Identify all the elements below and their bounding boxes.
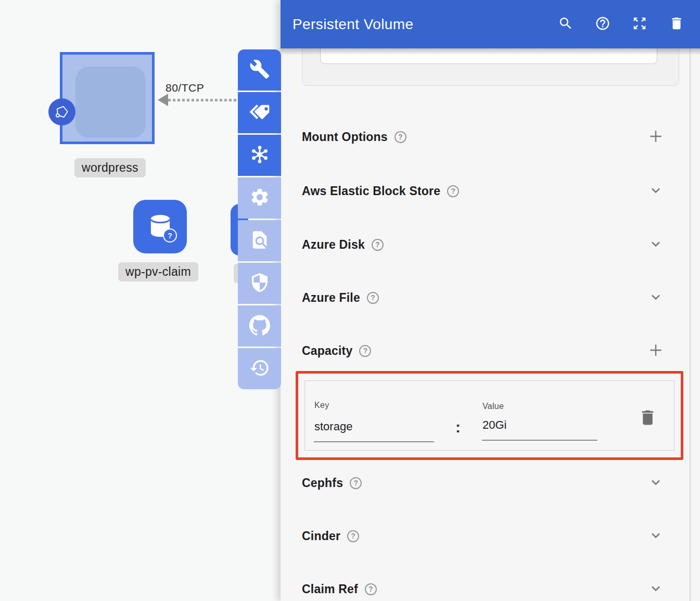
section-capacity: Capacity ? xyxy=(302,338,683,363)
chevron-down-icon xyxy=(648,475,663,491)
search-icon xyxy=(558,16,574,33)
github-button[interactable] xyxy=(238,305,281,347)
gear-icon xyxy=(249,187,270,209)
capacity-value-input[interactable] xyxy=(482,418,597,441)
fit-to-screen-button[interactable] xyxy=(632,17,647,32)
section-claim-ref: Claim Ref ? xyxy=(302,577,683,601)
value-label: Value xyxy=(482,402,504,411)
help-icon[interactable]: ? xyxy=(394,131,406,143)
section-cinder: Cinder ? xyxy=(302,523,683,548)
hub-icon xyxy=(249,144,270,167)
security-button[interactable] xyxy=(238,263,281,304)
help-icon[interactable]: ? xyxy=(367,292,379,304)
help-icon[interactable]: ? xyxy=(447,185,459,197)
chevron-down-icon xyxy=(648,581,663,597)
key-value-separator: : xyxy=(455,418,461,436)
section-label: Cinder xyxy=(302,529,340,543)
unknown-status-badge: ? xyxy=(163,228,177,242)
help-icon[interactable]: ? xyxy=(359,345,371,357)
find-in-page-icon xyxy=(249,229,270,252)
node-wordpress[interactable] xyxy=(60,52,155,144)
section-azure-file: Azure File ? xyxy=(302,285,683,310)
section-label: Capacity xyxy=(302,344,352,358)
pod-pentagon-icon xyxy=(48,98,75,125)
wrench-icon xyxy=(249,59,270,81)
expand-claim-ref-button[interactable] xyxy=(647,580,665,598)
trash-icon xyxy=(638,408,657,429)
add-capacity-button[interactable] xyxy=(647,342,665,360)
section-mount-options: Mount Options ? xyxy=(302,124,683,149)
delete-resource-button[interactable] xyxy=(669,17,684,32)
help-icon[interactable]: ? xyxy=(365,583,377,595)
section-aws-ebs: Aws Elastic Block Store ? xyxy=(302,178,683,203)
panel-header-actions xyxy=(558,0,684,48)
help-button[interactable] xyxy=(595,17,610,32)
delete-capacity-entry-button[interactable] xyxy=(637,408,658,429)
help-icon[interactable]: ? xyxy=(347,530,359,542)
node-wp-pv-claim-label: wp-pv-claim xyxy=(118,262,198,282)
chevron-down-icon xyxy=(648,528,663,544)
edge-dotted-line xyxy=(168,99,237,101)
kubernetes-resource-designer: 80/TCP wordpress ? wp-pv-claim xyxy=(0,0,700,601)
node-wordpress-label: wordpress xyxy=(74,158,146,177)
edge-port-label: 80/TCP xyxy=(166,82,204,94)
tools-button[interactable] xyxy=(238,49,281,91)
plus-icon xyxy=(647,342,664,360)
section-label: Azure File xyxy=(302,291,360,305)
canvas-toolbar xyxy=(238,49,281,389)
plus-icon xyxy=(647,128,664,146)
panel-title: Persistent Volume xyxy=(292,16,413,33)
capacity-key-value-card: Key : Value xyxy=(304,380,674,451)
expand-arrows-icon xyxy=(632,16,647,33)
node-wp-pv-claim[interactable]: ? xyxy=(133,200,187,253)
capacity-highlight-box: Key : Value xyxy=(296,371,683,460)
trash-icon xyxy=(669,16,684,33)
section-label: Aws Elastic Block Store xyxy=(302,184,440,198)
expand-azure-file-button[interactable] xyxy=(647,289,665,306)
persistent-volume-panel: ReadWriteOnce Mount Options ? Aws Elasti… xyxy=(281,0,700,601)
network-button[interactable] xyxy=(238,135,281,176)
help-icon[interactable]: ? xyxy=(372,239,384,251)
shield-icon xyxy=(249,272,270,295)
section-label: Claim Ref xyxy=(302,582,358,596)
github-icon xyxy=(249,315,270,337)
panel-scrollbar-track[interactable] xyxy=(690,48,691,601)
key-label: Key xyxy=(314,401,329,410)
settings-button[interactable] xyxy=(238,177,281,219)
inspect-button[interactable] xyxy=(238,220,281,261)
section-label: Mount Options xyxy=(302,130,388,144)
expand-cinder-button[interactable] xyxy=(647,527,665,545)
history-icon xyxy=(249,357,270,380)
help-circle-icon xyxy=(595,16,610,33)
edge-arrowhead-icon xyxy=(158,94,168,106)
panel-header: Persistent Volume xyxy=(281,0,700,48)
section-label: Azure Disk xyxy=(302,238,365,252)
search-button[interactable] xyxy=(558,17,574,32)
chevron-down-icon xyxy=(648,237,663,253)
capacity-key-input[interactable] xyxy=(314,419,434,442)
chevron-down-icon xyxy=(648,290,663,306)
add-mount-option-button[interactable] xyxy=(647,128,665,146)
section-azure-disk: Azure Disk ? xyxy=(302,232,683,257)
section-cephfs: Cephfs ? xyxy=(302,470,683,495)
labels-button[interactable] xyxy=(238,92,281,133)
expand-cephfs-button[interactable] xyxy=(647,474,665,492)
expand-azure-disk-button[interactable] xyxy=(647,236,665,253)
history-button[interactable] xyxy=(238,348,281,389)
help-icon[interactable]: ? xyxy=(350,477,362,489)
chevron-down-icon xyxy=(648,183,663,199)
node-wordpress-inner-shape xyxy=(75,67,146,138)
section-label: Cephfs xyxy=(302,476,343,490)
expand-aws-ebs-button[interactable] xyxy=(647,182,665,200)
tag-icon xyxy=(249,101,270,124)
